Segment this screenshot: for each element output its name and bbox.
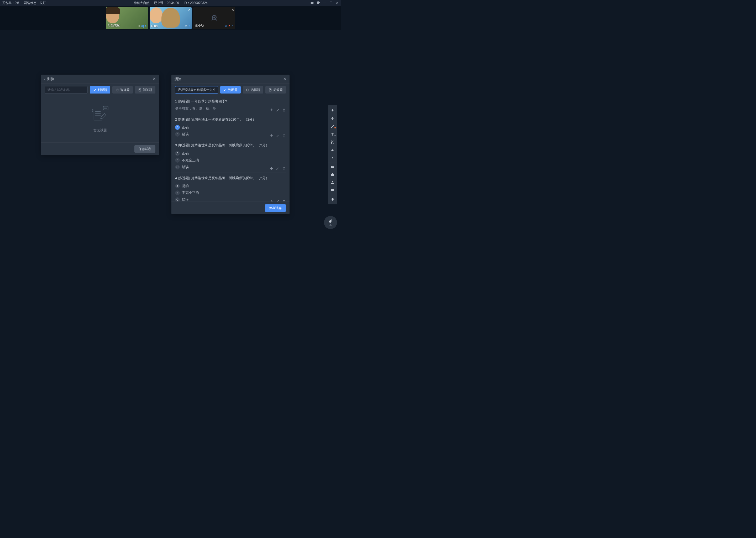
type-choice-button[interactable]: 选择题: [243, 86, 263, 93]
empty-text: 暂无试题: [93, 128, 107, 133]
question-option[interactable]: B不完全正确: [175, 189, 286, 196]
question-option[interactable]: B不完全正确: [175, 157, 286, 164]
question-option[interactable]: C错误: [175, 164, 286, 171]
option-letter: C: [175, 165, 180, 169]
option-text: 错误: [182, 165, 189, 169]
quiz-name-input[interactable]: [45, 86, 88, 93]
svg-point-14: [106, 108, 106, 108]
toolbox-tool[interactable]: [328, 171, 337, 178]
option-text: 正确: [182, 151, 189, 156]
network-status: 网络状态：良好: [24, 1, 46, 5]
delete-icon[interactable]: [282, 167, 286, 171]
save-button[interactable]: 保存试卷: [265, 204, 286, 212]
participant-name: 王小明: [195, 24, 204, 28]
svg-point-5: [213, 17, 215, 18]
reference-answer: 参考答案：春、夏、秋、冬: [175, 106, 286, 111]
scissors-tool[interactable]: [328, 138, 337, 146]
option-letter: A: [175, 184, 180, 188]
user-tool[interactable]: [328, 178, 337, 186]
option-letter: C: [175, 197, 180, 201]
edit-icon[interactable]: [276, 167, 280, 171]
question-title: 4 [多选题] 施华洛世奇是反华品牌，所以梁鼎琪反华。 （2分）: [175, 176, 286, 181]
mic-icon: [231, 25, 234, 27]
question-option[interactable]: A正确: [175, 150, 286, 157]
option-letter: A: [175, 125, 180, 130]
question-title: 3 [单选题] 施华洛世奇是反华品牌，所以梁鼎琪反华。 （2分）: [175, 143, 286, 148]
question-item: 2 [判断题] 我国宪法上一次更新是在2020年。 （2分）A正确B错误: [175, 114, 286, 140]
option-text: 是的: [182, 184, 189, 188]
type-tf-button[interactable]: 判断题: [220, 86, 241, 93]
back-icon[interactable]: ‹: [44, 77, 45, 81]
video-tile-teacher[interactable]: 叮当老师: [106, 7, 148, 29]
eraser-tool[interactable]: [328, 146, 337, 154]
question-item: 1 [简答题] 一年四季分别是哪四季?参考答案：春、夏、秋、冬: [175, 96, 286, 114]
type-tf-button[interactable]: 判断题: [90, 86, 110, 93]
session-id: ID：2020070324: [184, 1, 208, 5]
type-choice-button[interactable]: 选择题: [112, 86, 133, 93]
fullscreen-icon[interactable]: [329, 1, 333, 5]
question-title: 2 [判断题] 我国宪法上一次更新是在2020年。 （2分）: [175, 117, 286, 122]
question-option[interactable]: C错误: [175, 196, 286, 201]
close-icon[interactable]: ✕: [153, 77, 156, 81]
question-option[interactable]: B错误: [175, 131, 286, 138]
move-icon[interactable]: [269, 108, 273, 112]
move-icon[interactable]: [269, 134, 273, 138]
cursor-tool[interactable]: [328, 107, 337, 115]
type-short-button[interactable]: 简答题: [265, 86, 286, 93]
option-text: 不完全正确: [182, 190, 199, 195]
video-tile-student[interactable]: ✕ Nina: [150, 7, 192, 29]
question-option[interactable]: A正确: [175, 124, 286, 131]
signal-icon: [225, 24, 227, 28]
raise-hand-button[interactable]: 0/2: [324, 216, 337, 229]
top-bar: 丢包率：0% 网络状态：良好 神秘大自然 已上课：02:34:09 ID：202…: [0, 0, 341, 6]
hand-count: 0/2: [329, 224, 332, 227]
option-text: 正确: [182, 125, 189, 130]
option-letter: B: [175, 132, 180, 136]
option-letter: B: [175, 190, 180, 195]
video-tile-student[interactable]: ✕ 王小明: [193, 7, 235, 29]
delete-icon[interactable]: [282, 199, 286, 201]
option-text: 不完全正确: [182, 158, 199, 163]
option-text: 错误: [182, 132, 189, 136]
gear-icon[interactable]: [316, 1, 320, 5]
move-icon[interactable]: [269, 167, 273, 171]
bell-tool[interactable]: [328, 195, 337, 203]
hand-icon: [328, 219, 333, 223]
target-icon: [185, 25, 187, 28]
close-icon[interactable]: ✕: [188, 8, 191, 12]
close-icon[interactable]: [336, 1, 339, 5]
close-icon[interactable]: ✕: [283, 77, 286, 81]
svg-point-22: [332, 181, 333, 182]
brightness-tool[interactable]: [328, 154, 337, 162]
svg-point-13: [105, 108, 105, 108]
edit-icon[interactable]: [276, 199, 280, 201]
chat-tool[interactable]: [328, 186, 337, 194]
folder-tool[interactable]: [328, 163, 337, 171]
participant-name: Nina: [151, 24, 158, 28]
elapsed-time: 已上课：02:34:09: [154, 1, 179, 5]
text-tool[interactable]: [328, 130, 337, 138]
close-icon[interactable]: ✕: [231, 8, 234, 12]
empty-quiz-icon: [89, 106, 111, 124]
option-letter: A: [175, 151, 180, 156]
move-tool[interactable]: [328, 115, 337, 123]
mic-muted-icon: [228, 25, 231, 27]
edit-icon[interactable]: [276, 134, 280, 138]
minimize-icon[interactable]: [323, 1, 327, 5]
delete-icon[interactable]: [282, 108, 286, 112]
pen-tool[interactable]: [328, 123, 337, 130]
panel-title: 测验: [174, 77, 181, 81]
course-name: 神秘大自然: [134, 1, 149, 5]
edit-icon[interactable]: [276, 108, 280, 112]
delete-icon[interactable]: [282, 134, 286, 138]
camera-icon[interactable]: [310, 1, 314, 5]
type-short-button[interactable]: 简答题: [135, 86, 155, 93]
quiz-name-input[interactable]: [175, 86, 218, 93]
svg-point-15: [107, 108, 107, 108]
target-icon: [138, 25, 140, 27]
save-button[interactable]: 保存试卷: [134, 145, 155, 153]
svg-rect-21: [331, 174, 334, 176]
move-icon[interactable]: [269, 199, 273, 201]
question-option[interactable]: A是的: [175, 183, 286, 189]
question-list[interactable]: 1 [简答题] 一年四季分别是哪四季?参考答案：春、夏、秋、冬 2 [判断题] …: [171, 96, 290, 201]
